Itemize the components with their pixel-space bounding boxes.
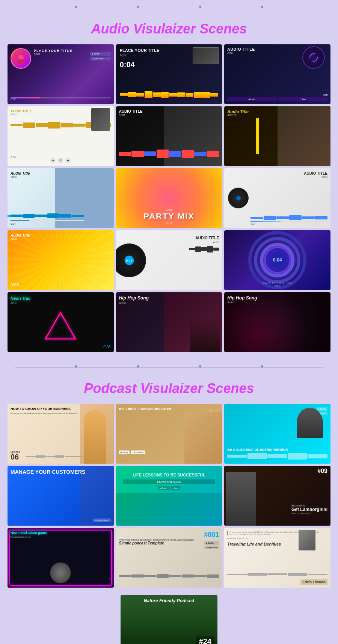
spotify-badge5[interactable]: ▶ Spotify (204, 541, 219, 545)
podcast-scene-5[interactable]: LIFE LESSONS TO BE SUCCESSFUL EMMA and J… (116, 466, 222, 526)
apple-button[interactable]: ♪ Apple Music (90, 57, 111, 60)
title-group: AUDIO TITLE Artist (304, 171, 327, 178)
wave-bar (36, 455, 45, 458)
progress-fill (11, 220, 29, 221)
spotify-badge4[interactable]: ▶ Spotify (158, 486, 169, 490)
wave-bar (119, 575, 131, 577)
audio-scene-1[interactable]: PLACE YOUR TITLE Artist ▶ Spotify ♪ Appl… (8, 44, 114, 104)
play-button[interactable]: ⏸ (58, 158, 63, 163)
wave-bar (119, 152, 131, 156)
wave-bar (202, 92, 210, 98)
audio-scene-2[interactable]: PLACE YOUR TITLE Artist 0:04 (116, 44, 222, 104)
background-image (55, 168, 113, 228)
audio-scene-6[interactable]: Audio Title ARTIST (224, 106, 330, 166)
platform-badges: ▶ Spotify ♪ Apple Music (119, 450, 146, 454)
audio-scene-15[interactable]: Hip Hop Song Artist (224, 292, 330, 352)
wave-bar (264, 216, 276, 220)
audio-scene-4[interactable]: AUDIO TITLE Artist 0:04 ⏮ ⏸ ⏭ (8, 106, 114, 166)
wave-bar (182, 150, 194, 158)
audio-scene-13[interactable]: Neon Trac Artist 0:06 (8, 292, 114, 352)
center-circle: 0:04 (264, 247, 291, 273)
scene-artist: Artist (213, 241, 219, 243)
action-buttons: ▶ Spotify ♪ Apple Music (90, 52, 111, 60)
connector-dot (199, 6, 201, 8)
scene-title: AUDIO TITLE (304, 171, 327, 175)
audio-scene-9[interactable]: AUDIO TITLE Artist 0:04 (224, 168, 330, 228)
wave-bar (157, 574, 169, 578)
scene-text: PLACE YOUR TITLE Artist (34, 49, 72, 55)
scene-title: BE A BEST FASHION DESIGNER. (119, 407, 219, 411)
title-overlay: Nature Friendy Podcast (124, 598, 214, 603)
podcast-scene-8[interactable]: #001 Type your simple description about … (116, 528, 222, 588)
waveform (227, 573, 327, 576)
audio-scene-11[interactable]: 0:04 AUDIO TITLE Artist (116, 230, 222, 290)
wave-bar (26, 456, 36, 457)
spotify-button[interactable]: ▶ Spotify (90, 52, 111, 56)
audio-scene-12[interactable]: 0:04 WAVE FORM AUDIO Artist (224, 230, 330, 290)
podcast-section-title: Podcast Visulaizer Scenes (0, 369, 338, 404)
podcast-grid: HOW TO GROW UP YOUR BUSINESS Everything … (0, 404, 338, 595)
apple-badge5[interactable]: ♪ Apple Music (204, 546, 219, 549)
wave-bar (207, 151, 219, 157)
next-button[interactable]: ⏭ (65, 158, 71, 163)
content-layer: LIFE LESSONS TO BE SUCCESSFUL EMMA and J… (119, 469, 219, 494)
podcast-scene-3[interactable]: ▶ Spotify ♪ Apple BE A SUCCESSFUL ENTREP… (224, 404, 330, 464)
audio-scene-14[interactable]: Hip Hop Song Artist (116, 292, 222, 352)
wave-bar (73, 124, 85, 127)
spotify-badge2[interactable]: ▶ Spotify (317, 407, 327, 411)
episode-number: #001 (204, 531, 219, 539)
ray-effect (8, 230, 114, 290)
person-image (226, 472, 256, 526)
podcast-scene-7[interactable]: New trend about game Playing latest game… (8, 528, 114, 588)
subtitle-text: Type your simple description about conte… (119, 538, 219, 541)
connector-line (15, 367, 323, 368)
podcast-decoration (0, 360, 338, 368)
episode-number: 06 (11, 453, 20, 461)
wave-bar (59, 214, 71, 218)
wave-bar (247, 573, 267, 576)
audio-scene-10[interactable]: Audio Title Artist 0:03 (8, 230, 114, 290)
podcast-scene-10[interactable]: Nature Friendy Podcast #24 (121, 595, 217, 644)
time-display: 0:04 (119, 221, 219, 225)
podcast-scene-2[interactable]: BE A BEST FASHION DESIGNER. Episode 06 ▶… (116, 404, 222, 464)
apple-badge[interactable]: ♪ Apple Music (131, 450, 145, 454)
save-button[interactable]: ♡ Save (278, 97, 327, 101)
audio-scene-5[interactable]: AUDIO TITLE Artist (116, 106, 222, 166)
listen-button[interactable]: ▶ Listen (227, 97, 276, 101)
wave-bar (48, 122, 60, 128)
wave-bar (250, 217, 263, 219)
audio-scene-8[interactable]: Artist PARTY MIX 0:04 (116, 168, 222, 228)
wave-bar (182, 574, 194, 577)
author-info: Edvin Thomas (300, 579, 327, 585)
apple-badge3[interactable]: ♪ Apple Music (93, 519, 111, 522)
person-image (299, 530, 315, 550)
podcast-scene-1[interactable]: HOW TO GROW UP YOUR BUSINESS Everything … (8, 404, 114, 464)
podcast-scene-6[interactable]: #09 Best path to Get Lamborghini Interne… (224, 466, 330, 526)
title-area: BE A SUCCESSFUL ENTREPRENEUR (227, 448, 327, 452)
wave-bar (72, 215, 84, 217)
svg-marker-7 (45, 313, 75, 339)
audio-scene-3[interactable]: AUDIO TITLE Artist 0:04 ▶ Listen ♡ Save (224, 44, 330, 104)
scene-title: PARTY MIX (119, 212, 219, 221)
audio-scene-7[interactable]: Audio Title Artist 0:04 (8, 168, 114, 228)
connector-dot (137, 365, 139, 367)
audio-grid: PLACE YOUR TITLE Artist ▶ Spotify ♪ Appl… (0, 44, 338, 360)
wave-bar (169, 93, 177, 97)
episode-number: #09 (317, 468, 327, 475)
platform-badge: ♪ Apple Music (93, 516, 111, 523)
wave-bar (308, 574, 327, 575)
podcast-scene-9[interactable]: A few years ago it seemed 'Lifestyle Tra… (224, 528, 330, 588)
podcast-scene-4[interactable]: MANAGE YOUR CUSTOMERS ♪ Apple Music (8, 466, 114, 526)
prev-button[interactable]: ⏮ (50, 158, 56, 163)
spotify-badge[interactable]: ▶ Spotify (119, 450, 130, 454)
audio-section: Audio Visulaizer Scenes PLACE YOUR TITLE… (0, 0, 338, 360)
wave-bar (207, 246, 213, 252)
wave-bar (289, 215, 302, 220)
scene-desc: Playing latest games (11, 536, 111, 538)
wave-bar (186, 93, 193, 97)
apple-badge4[interactable]: ♪ Apple (171, 486, 180, 490)
wave-bar (35, 215, 47, 218)
content-layer: MANAGE YOUR CUSTOMERS (11, 469, 111, 475)
top-decoration (0, 0, 338, 8)
scene-title: Nature Friendy Podcast (124, 598, 214, 603)
